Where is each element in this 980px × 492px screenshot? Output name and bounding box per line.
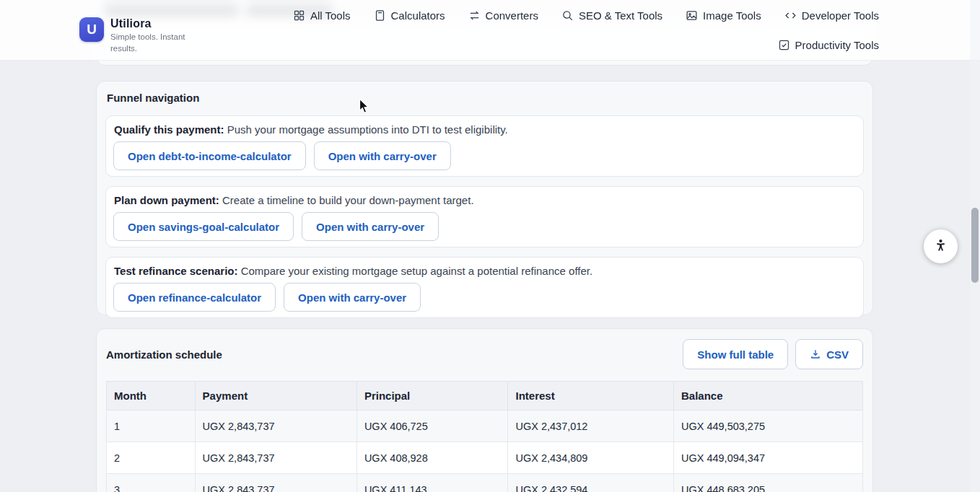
funnel-navigation-title: Funnel navigation xyxy=(107,92,864,104)
funnel-item-heading: Test refinance scenario: xyxy=(114,265,237,277)
image-icon xyxy=(686,9,698,22)
swap-arrows-icon xyxy=(468,9,481,22)
utiliora-logo-icon: U xyxy=(79,17,104,42)
brand-name: Utiliora xyxy=(110,17,203,30)
funnel-item-description: Create a timeline to build your down-pay… xyxy=(222,194,474,206)
csv-download-button[interactable]: CSV xyxy=(795,339,863,369)
open-with-carry-over-button[interactable]: Open with carry-over xyxy=(314,141,451,170)
column-header-balance: Balance xyxy=(673,382,862,410)
column-header-principal: Principal xyxy=(356,382,508,410)
search-icon xyxy=(561,9,574,22)
table-row: 2 UGX 2,843,737 UGX 408,928 UGX 2,434,80… xyxy=(107,442,863,474)
nav-item-calculators[interactable]: Calculators xyxy=(374,8,445,22)
cell-principal: UGX 408,928 xyxy=(356,442,508,474)
nav-label: Calculators xyxy=(391,9,445,22)
open-refinance-calculator-button[interactable]: Open refinance-calculator xyxy=(113,283,276,312)
cell-balance: UGX 449,503,275 xyxy=(673,410,862,442)
open-with-carry-over-button[interactable]: Open with carry-over xyxy=(302,212,439,241)
cell-month: 3 xyxy=(107,474,196,492)
nav-label: Converters xyxy=(486,9,538,22)
funnel-navigation-card: Funnel navigation Qualify this payment: … xyxy=(96,81,873,315)
cell-interest: UGX 2,437,012 xyxy=(508,410,674,442)
nav-label: Image Tools xyxy=(703,9,761,22)
funnel-item-heading: Plan down payment: xyxy=(114,194,219,206)
code-icon xyxy=(784,9,797,22)
nav-label: SEO & Text Tools xyxy=(579,9,662,22)
table-header-row: Month Payment Principal Interest Balance xyxy=(107,382,863,410)
nav-item-seo-text-tools[interactable]: SEO & Text Tools xyxy=(561,8,662,22)
show-full-table-button[interactable]: Show full table xyxy=(683,339,788,369)
open-debt-to-income-calculator-button[interactable]: Open debt-to-income-calculator xyxy=(113,141,306,170)
grid-icon xyxy=(293,9,305,22)
nav-item-productivity-tools[interactable]: Productivity Tools xyxy=(778,38,879,52)
brand[interactable]: U Utiliora Simple tools. Instant results… xyxy=(79,17,203,54)
funnel-item-heading: Qualify this payment: xyxy=(114,123,224,136)
csv-button-label: CSV xyxy=(826,348,849,361)
column-header-payment: Payment xyxy=(195,382,356,410)
cell-interest: UGX 2,434,809 xyxy=(508,442,674,474)
funnel-item-plan-down-payment: Plan down payment: Create a timeline to … xyxy=(105,186,864,247)
cell-balance: UGX 449,094,347 xyxy=(673,442,862,474)
cell-payment: UGX 2,843,737 xyxy=(195,442,356,474)
page: U Utiliora Simple tools. Instant results… xyxy=(0,0,980,492)
funnel-item-test-refinance: Test refinance scenario: Compare your ex… xyxy=(105,257,864,318)
checklist-icon xyxy=(778,39,790,51)
download-icon xyxy=(810,348,821,360)
cell-interest: UGX 2,432,594 xyxy=(508,474,674,492)
cell-month: 1 xyxy=(107,410,196,442)
header: U Utiliora Simple tools. Instant results… xyxy=(0,0,980,61)
amortization-title: Amortization schedule xyxy=(106,348,222,361)
funnel-item-description: Compare your existing mortgage setup aga… xyxy=(241,265,593,277)
main-nav: All Tools Calculators Converters SEO & T… xyxy=(244,8,879,52)
amortization-schedule-card: Amortization schedule Show full table CS… xyxy=(96,328,873,492)
column-header-interest: Interest xyxy=(508,382,674,410)
table-row: 1 UGX 2,843,737 UGX 406,725 UGX 2,437,01… xyxy=(107,410,863,442)
nav-item-all-tools[interactable]: All Tools xyxy=(293,8,351,22)
nav-item-developer-tools[interactable]: Developer Tools xyxy=(784,8,879,22)
nav-label: Developer Tools xyxy=(802,9,879,22)
cell-payment: UGX 2,843,737 xyxy=(195,410,356,442)
open-with-carry-over-button[interactable]: Open with carry-over xyxy=(284,283,421,312)
nav-label: All Tools xyxy=(310,9,351,22)
scrollbar-thumb[interactable] xyxy=(971,208,979,283)
cell-principal: UGX 411,143 xyxy=(356,474,508,492)
calculator-icon xyxy=(374,9,386,22)
nav-label: Productivity Tools xyxy=(795,39,879,51)
nav-item-image-tools[interactable]: Image Tools xyxy=(686,8,761,22)
nav-item-converters[interactable]: Converters xyxy=(468,8,538,22)
amortization-table: Month Payment Principal Interest Balance… xyxy=(106,381,863,492)
funnel-item-description: Push your mortgage assumptions into DTI … xyxy=(227,123,508,136)
open-savings-goal-calculator-button[interactable]: Open savings-goal-calculator xyxy=(113,212,294,241)
cell-balance: UGX 448,683,205 xyxy=(673,474,862,492)
table-row: 3 UGX 2,843,737 UGX 411,143 UGX 2,432,59… xyxy=(107,474,863,492)
accessibility-widget-button[interactable] xyxy=(924,229,958,263)
brand-tagline: Simple tools. Instant results. xyxy=(110,32,203,54)
cell-principal: UGX 406,725 xyxy=(356,410,508,442)
funnel-item-qualify-payment: Qualify this payment: Push your mortgage… xyxy=(105,115,864,177)
accessibility-icon xyxy=(932,238,949,255)
cell-month: 2 xyxy=(107,442,196,474)
column-header-month: Month xyxy=(107,382,196,410)
cell-payment: UGX 2,843,737 xyxy=(195,474,356,492)
